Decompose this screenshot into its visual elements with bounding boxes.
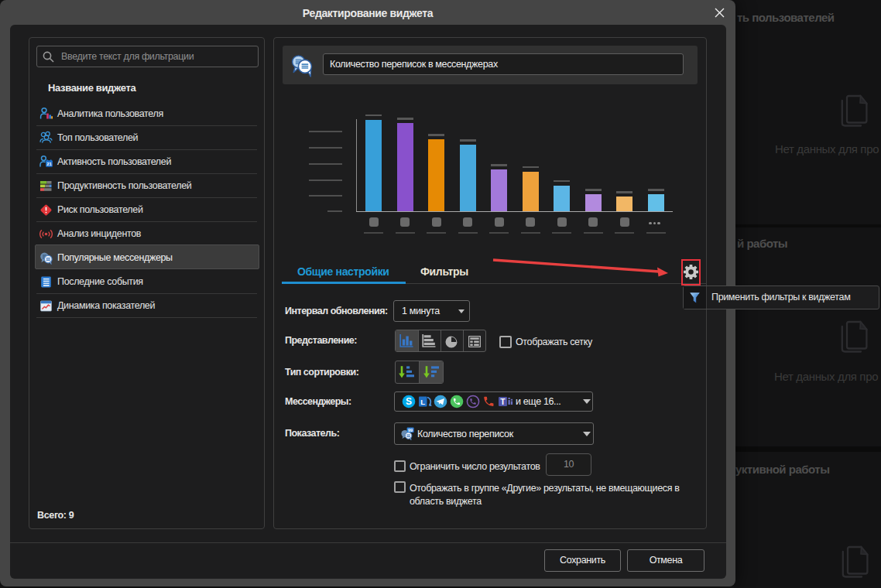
svg-text:99: 99 <box>408 428 413 432</box>
svg-text:L: L <box>420 398 425 406</box>
svg-text:21: 21 <box>46 162 52 166</box>
svg-text:S: S <box>406 396 412 407</box>
svg-text:T: T <box>500 397 506 406</box>
